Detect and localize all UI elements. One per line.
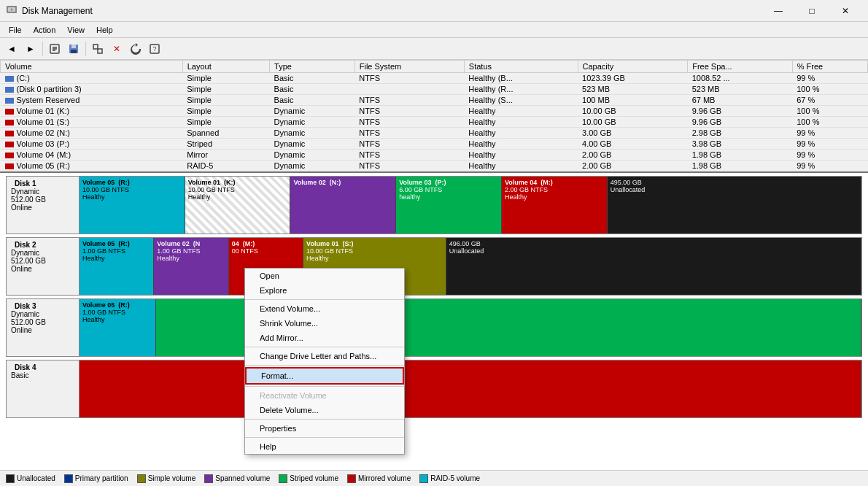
ctx-delete[interactable]: Delete Volume... (245, 403, 404, 417)
ctx-extend[interactable]: Extend Volume... (245, 301, 404, 316)
table-row[interactable]: System Reserved Simple Basic NTFS Health… (1, 95, 868, 106)
seg-sub: 1.00 GB NTFS Healthy (82, 309, 152, 323)
disk-segment[interactable]: Volume 02 (N1.00 GB NTFS Healthy (154, 238, 228, 295)
ctx-properties[interactable]: Properties (245, 421, 404, 436)
menu-action[interactable]: Action (28, 24, 62, 36)
col-volume[interactable]: Volume (1, 61, 183, 73)
cell-pct: 67 % (792, 95, 867, 106)
disk-segment[interactable]: Volume 01 (K:)10.00 GB NTFS Healthy (185, 177, 291, 234)
app-icon (6, 4, 18, 18)
disk-segment[interactable]: 496.00 GB Unallocated (446, 238, 861, 295)
col-layout[interactable]: Layout (182, 61, 269, 73)
ctx-change-drive[interactable]: Change Drive Letter and Paths... (245, 349, 404, 363)
back-button[interactable]: ◄ (3, 40, 20, 58)
cell-capacity: 10.00 GB (578, 117, 688, 128)
cell-layout: Striped (182, 139, 269, 150)
cell-free: 1.98 GB (688, 150, 793, 161)
cell-status: Healthy (464, 139, 578, 150)
forward-button[interactable]: ► (22, 40, 39, 58)
disk-segment[interactable]: Volume 05 (R:)1.00 GB NTFS Healthy (80, 238, 154, 295)
table-row[interactable]: Volume 05 (R:) RAID-5 Dynamic NTFS Healt… (1, 161, 868, 171)
seg-sub: 496.00 GB Unallocated (449, 240, 858, 255)
cell-volume: (Disk 0 partition 3) (1, 84, 183, 95)
disk-name: Disk 4 (11, 363, 74, 371)
table-row[interactable]: Volume 01 (K:) Simple Dynamic NTFS Healt… (1, 106, 868, 117)
disk-segment[interactable]: 495.00 GB Unallocated (608, 177, 861, 234)
cell-capacity: 4.00 GB (578, 139, 688, 150)
ctx-format[interactable]: Format... (245, 367, 404, 385)
legend-simple-label: Simple volume (148, 474, 196, 482)
disk-segment[interactable] (80, 360, 861, 417)
table-row[interactable]: (Disk 0 partition 3) Simple Basic Health… (1, 84, 868, 95)
maximize-button[interactable]: □ (795, 0, 829, 22)
table-row[interactable]: (C:) Simple Basic NTFS Healthy (B... 102… (1, 73, 868, 84)
svg-point-2 (11, 9, 13, 11)
cell-status: Healthy (S... (464, 95, 578, 106)
ctx-explore[interactable]: Explore (245, 283, 404, 298)
cell-free: 2.98 GB (688, 128, 793, 139)
cell-fs: NTFS (354, 106, 464, 117)
close-button[interactable]: ✕ (829, 0, 862, 22)
seg-sub: 495.00 GB Unallocated (611, 179, 858, 193)
help-toolbar-button[interactable]: ? (146, 40, 163, 58)
cell-volume: Volume 05 (R:) (1, 161, 183, 171)
cell-fs: NTFS (354, 117, 464, 128)
cell-fs: NTFS (354, 95, 464, 106)
cell-capacity: 1023.39 GB (578, 73, 688, 84)
refresh-button[interactable] (127, 40, 144, 58)
legend-unallocated-label: Unallocated (17, 474, 55, 482)
cell-fs: NTFS (354, 139, 464, 150)
menu-view[interactable]: View (61, 24, 90, 36)
ctx-sep-1 (245, 299, 404, 300)
seg-title: Volume 01 (K:) (188, 179, 287, 186)
cell-volume: (C:) (1, 73, 183, 84)
ctx-open[interactable]: Open (245, 269, 404, 283)
delete-button[interactable]: ✕ (108, 40, 125, 58)
legend-raid5-label: RAID-5 volume (430, 474, 480, 482)
table-row[interactable]: Volume 01 (S:) Simple Dynamic NTFS Healt… (1, 117, 868, 128)
ctx-help[interactable]: Help (245, 439, 404, 454)
cell-free: 9.96 GB (688, 106, 793, 117)
col-type[interactable]: Type (270, 61, 355, 73)
cell-free: 3.98 GB (688, 139, 793, 150)
disk-segment[interactable]: Volume 03 (P:)6.00 GB NTFS healthy (396, 177, 502, 234)
col-capacity[interactable]: Capacity (578, 61, 688, 73)
cell-type: Dynamic (270, 139, 355, 150)
menu-help[interactable]: Help (90, 24, 119, 36)
disk-type: Dynamic (11, 188, 74, 196)
cell-status: Healthy (464, 117, 578, 128)
disk-segments: Volume 05 (R:)1.00 GB NTFS Healthy (80, 299, 861, 356)
disk-segment[interactable]: Volume 05 (R:)1.00 GB NTFS Healthy (80, 299, 156, 356)
minimize-button[interactable]: — (762, 0, 795, 22)
ctx-shrink[interactable]: Shrink Volume... (245, 316, 404, 331)
seg-title: Volume 03 (P:) (399, 179, 498, 186)
col-status[interactable]: Status (464, 61, 578, 73)
disk-segment[interactable]: Volume 04 (M:)2.00 GB NTFS Healthy (502, 177, 608, 234)
col-filesystem[interactable]: File System (354, 61, 464, 73)
menu-file[interactable]: File (3, 24, 28, 36)
disk-segment[interactable]: Volume 02 (N:) (290, 177, 396, 234)
disk-type: Dynamic (11, 249, 74, 257)
disk-row: Disk 3 Dynamic 512.00 GB OnlineVolume 05… (6, 298, 862, 357)
save-button[interactable] (65, 40, 82, 58)
cell-layout: Mirror (182, 150, 269, 161)
col-freespace[interactable]: Free Spa... (688, 61, 793, 73)
legend-primary: Primary partition (64, 474, 128, 483)
properties-button[interactable] (46, 40, 63, 58)
ctx-sep-3 (245, 365, 404, 366)
cell-layout: Simple (182, 84, 269, 95)
cell-layout: Spanned (182, 128, 269, 139)
cell-fs: NTFS (354, 128, 464, 139)
table-row[interactable]: Volume 02 (N:) Spanned Dynamic NTFS Heal… (1, 128, 868, 139)
col-pctfree[interactable]: % Free (792, 61, 867, 73)
seg-title: Volume 01 (S:) (306, 240, 443, 247)
cell-volume: Volume 01 (K:) (1, 106, 183, 117)
ctx-add-mirror[interactable]: Add Mirror... (245, 331, 404, 345)
seg-sub: 2.00 GB NTFS Healthy (505, 186, 604, 201)
table-row[interactable]: Volume 03 (P:) Striped Dynamic NTFS Heal… (1, 139, 868, 150)
disk-segment[interactable]: Volume 05 (R:)10.00 GB NTFS Healthy (80, 177, 185, 234)
resize-button[interactable] (89, 40, 106, 58)
seg-title: Volume 02 (N:) (293, 179, 392, 186)
table-row[interactable]: Volume 04 (M:) Mirror Dynamic NTFS Healt… (1, 150, 868, 161)
cell-fs: NTFS (354, 73, 464, 84)
